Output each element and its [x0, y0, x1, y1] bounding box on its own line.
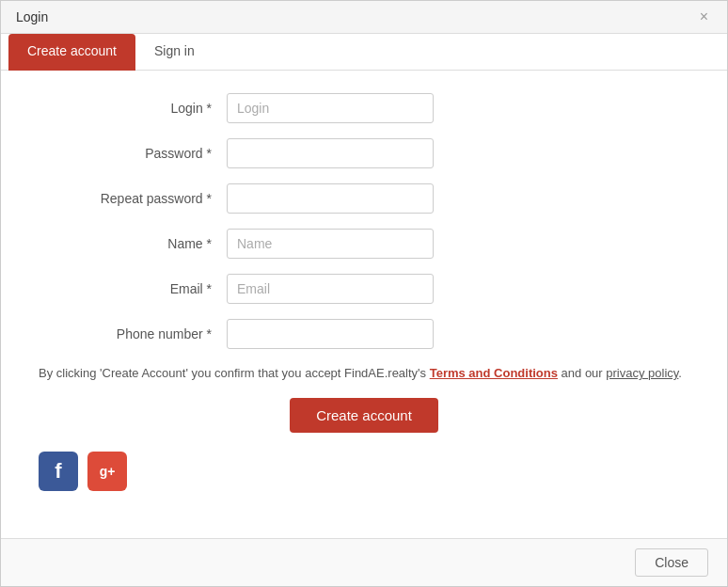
footer-close-button[interactable]: Close	[635, 548, 708, 577]
phone-row: Phone number *	[39, 319, 689, 349]
phone-input[interactable]	[227, 319, 434, 349]
facebook-icon: f	[55, 459, 61, 484]
modal-close-button[interactable]: ×	[696, 8, 712, 25]
privacy-policy-link[interactable]: privacy policy	[606, 366, 678, 380]
name-label: Name *	[39, 236, 227, 251]
facebook-button[interactable]: f	[39, 452, 78, 491]
modal-title: Login	[16, 9, 48, 24]
social-buttons: f g+	[39, 452, 689, 491]
email-input[interactable]	[227, 274, 434, 304]
tab-sign-in[interactable]: Sign in	[135, 34, 214, 71]
login-row: Login *	[39, 93, 689, 123]
terms-text: By clicking 'Create Account' you confirm…	[39, 364, 689, 383]
email-row: Email *	[39, 274, 689, 304]
terms-text-before: By clicking 'Create Account' you confirm…	[39, 366, 430, 380]
repeat-password-input[interactable]	[227, 183, 434, 214]
login-input[interactable]	[227, 93, 434, 123]
name-input[interactable]	[227, 229, 434, 259]
tabs-container: Create account Sign in	[1, 34, 727, 71]
terms-text-middle: and our	[558, 366, 606, 380]
phone-label: Phone number *	[39, 326, 227, 341]
google-plus-icon: g+	[100, 464, 116, 479]
password-input[interactable]	[227, 138, 434, 168]
google-plus-button[interactable]: g+	[87, 452, 127, 491]
login-modal: Login × Create account Sign in Login * P…	[0, 0, 728, 587]
modal-footer: Close	[1, 538, 727, 586]
terms-link[interactable]: Terms and Conditions	[430, 366, 558, 380]
terms-text-after: .	[678, 366, 682, 380]
modal-body: Login * Password * Repeat password * Nam…	[1, 71, 727, 538]
modal-header: Login ×	[1, 1, 727, 34]
email-label: Email *	[39, 281, 227, 296]
password-label: Password *	[39, 146, 227, 161]
password-row: Password *	[39, 138, 689, 168]
tab-create-account[interactable]: Create account	[8, 34, 135, 71]
repeat-password-row: Repeat password *	[39, 183, 689, 214]
repeat-password-label: Repeat password *	[39, 191, 227, 206]
name-row: Name *	[39, 229, 689, 259]
login-label: Login *	[39, 101, 227, 116]
create-account-button[interactable]: Create account	[290, 398, 438, 433]
